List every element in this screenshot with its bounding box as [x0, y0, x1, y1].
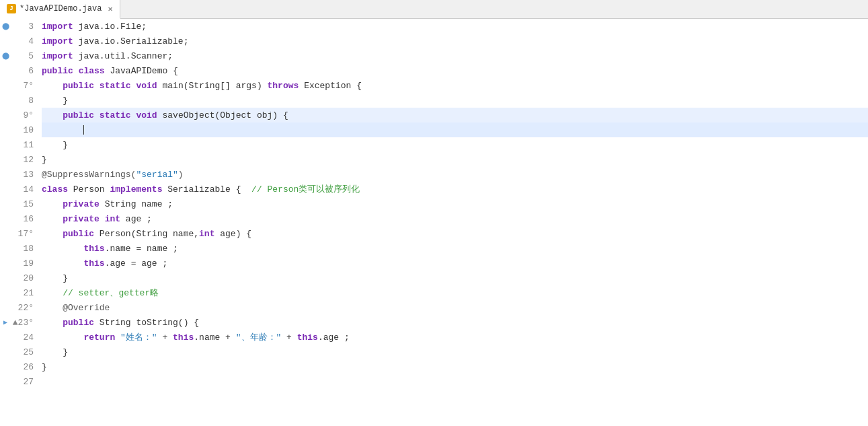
code-line-22: @Override [42, 300, 868, 315]
code-line-23: public String toString() { [42, 315, 868, 330]
line-num-8: 8 [11, 93, 38, 108]
line-num-15: 15 [11, 197, 38, 211]
margin-18 [0, 241, 11, 256]
margin-26 [0, 359, 11, 374]
kw-public-7: public [63, 81, 94, 91]
margin-11 [0, 137, 11, 152]
margin-arrow-23: ▶ [0, 315, 11, 330]
line-num-17: 17° [11, 226, 38, 241]
line-num-25: 25 [11, 345, 38, 359]
kw-return-24: return [83, 332, 115, 343]
line-num-22: 22° [11, 300, 38, 315]
line-num-23: ▲23° [11, 315, 38, 330]
code-line-18: this.name = name ; [42, 241, 868, 256]
margin-6 [0, 63, 11, 78]
line-num-11: 11 [11, 137, 38, 152]
line-num-21: 21 [11, 285, 38, 300]
editor-window: J *JavaAPIDemo.java ✕ ⬤ ⬤ [0, 0, 868, 426]
line-num-10: 10 [11, 122, 38, 137]
kw-static-7: static [100, 81, 131, 91]
margin-9 [0, 108, 11, 122]
code-content[interactable]: import java.io.File; import java.io.Seri… [38, 19, 868, 426]
kw-private-15: private [63, 199, 100, 209]
code-line-3: import java.io.File; [42, 19, 868, 34]
code-line-26: } [42, 359, 868, 374]
margin-8 [0, 93, 11, 108]
line-num-12: 12 [11, 152, 38, 167]
kw-this-19: this [83, 258, 104, 269]
editor-tab[interactable]: J *JavaAPIDemo.java ✕ [0, 0, 120, 19]
line-num-16: 16 [11, 211, 38, 226]
margin-4 [0, 34, 11, 48]
kw-public-17: public [63, 229, 94, 239]
kw-throws-7: throws [268, 81, 299, 91]
kw-private-16: private [63, 214, 100, 224]
code-line-11: } [42, 137, 868, 152]
kw-static-9: static [100, 110, 131, 120]
code-line-27 [42, 374, 868, 389]
code-line-17: public Person(String name,int age) { [42, 226, 868, 241]
code-line-10 [42, 122, 868, 137]
tab-close-button[interactable]: ✕ [108, 4, 112, 14]
kw-import-3: import [42, 22, 73, 32]
margin-16 [0, 211, 11, 226]
comment-21: // setter、getter略 [42, 287, 159, 299]
margin-21 [0, 285, 11, 300]
str-age-24: "、年龄：" [236, 331, 282, 343]
code-line-8: } [42, 93, 868, 108]
line-numbers: 3 4 5 6 7° 8 9° 10 11 12 13 14 15 16 17°… [11, 19, 38, 426]
line-num-7: 7° [11, 78, 38, 93]
kw-int-16: int [105, 214, 120, 224]
line-num-24: 24 [11, 330, 38, 345]
margin-bp-3: ⬤ [0, 19, 11, 34]
code-area[interactable]: ⬤ ⬤ ▶ [0, 19, 868, 426]
margin-7 [0, 78, 11, 93]
code-line-7: public static void main(String[] args) t… [42, 78, 868, 93]
margin-14 [0, 182, 11, 197]
margin-25 [0, 345, 11, 359]
kw-class-14: class [42, 184, 68, 194]
line-num-18: 18 [11, 241, 38, 256]
annotation-suppress: @SuppressWarnings( [42, 170, 136, 180]
tab-title: *JavaAPIDemo.java [19, 4, 102, 13]
annotation-override-22: @Override [42, 303, 110, 313]
left-margin: ⬤ ⬤ ▶ [0, 19, 11, 426]
line-num-19: 19 [11, 256, 38, 271]
margin-19 [0, 256, 11, 271]
code-line-16: private int age ; [42, 211, 868, 226]
str-serial: "serial" [136, 170, 177, 180]
text-cursor [83, 125, 84, 135]
code-line-20: } [42, 271, 868, 285]
line-num-9: 9° [11, 108, 38, 122]
line-num-3: 3 [11, 19, 38, 34]
line-num-13: 13 [11, 167, 38, 182]
line-num-5: 5 [11, 48, 38, 63]
kw-this-24a: this [173, 332, 194, 343]
margin-20 [0, 271, 11, 285]
kw-void-9: void [136, 110, 157, 120]
kw-public-9: public [63, 110, 94, 120]
kw-import-5: import [42, 51, 73, 61]
line-num-14: 14 [11, 182, 38, 197]
code-line-5: import java.util.Scanner; [42, 48, 868, 63]
comment-14: // Person类可以被序列化 [251, 183, 360, 195]
code-line-13: @SuppressWarnings("serial") [42, 167, 868, 182]
line-num-4: 4 [11, 34, 38, 48]
margin-bp-5: ⬤ [0, 48, 11, 63]
margin-13 [0, 167, 11, 182]
margin-17 [0, 226, 11, 241]
code-line-4: import java.io.Serializable; [42, 34, 868, 48]
line-num-20: 20 [11, 271, 38, 285]
kw-implements-14: implements [110, 184, 162, 194]
tab-file-icon: J [7, 4, 16, 13]
kw-public-23: public [63, 318, 94, 328]
line-num-6: 6 [11, 63, 38, 78]
code-line-24: return "姓名：" + this.name + "、年龄：" + this… [42, 330, 868, 345]
margin-22 [0, 300, 11, 315]
kw-this-24b: this [297, 332, 318, 343]
line-num-27: 27 [11, 374, 38, 389]
code-line-15: private String name ; [42, 197, 868, 211]
kw-import-4: import [42, 36, 73, 46]
margin-12 [0, 152, 11, 167]
kw-int-17: int [199, 229, 214, 239]
